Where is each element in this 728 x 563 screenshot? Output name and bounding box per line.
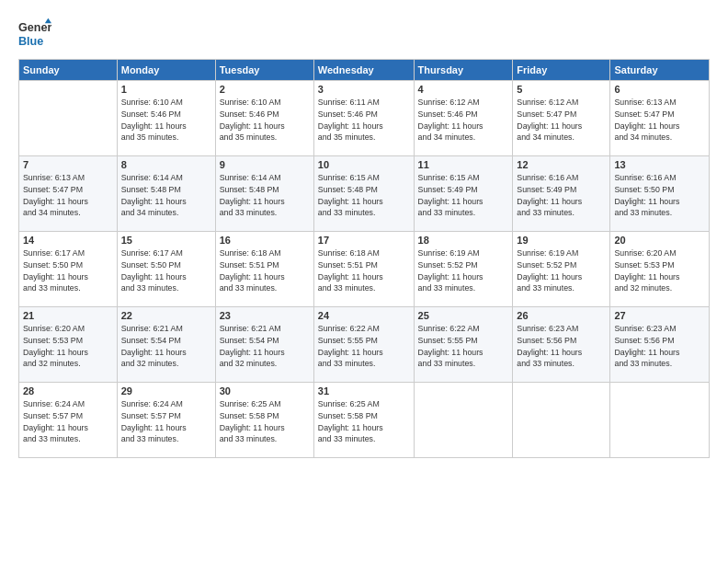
- calendar-cell: 9Sunrise: 6:14 AMSunset: 5:48 PMDaylight…: [215, 156, 313, 232]
- calendar-cell: 24Sunrise: 6:22 AMSunset: 5:55 PMDayligh…: [313, 307, 414, 383]
- calendar-cell: 12Sunrise: 6:16 AMSunset: 5:49 PMDayligh…: [513, 156, 610, 232]
- calendar-cell: 4Sunrise: 6:12 AMSunset: 5:46 PMDaylight…: [414, 81, 513, 156]
- day-number: 17: [318, 235, 410, 246]
- day-number: 9: [220, 159, 310, 170]
- day-info: Sunrise: 6:22 AMSunset: 5:55 PMDaylight:…: [318, 323, 410, 370]
- week-row-0: 1Sunrise: 6:10 AMSunset: 5:46 PMDaylight…: [19, 81, 710, 156]
- day-info: Sunrise: 6:18 AMSunset: 5:51 PMDaylight:…: [220, 247, 310, 294]
- day-info: Sunrise: 6:24 AMSunset: 5:57 PMDaylight:…: [121, 398, 211, 445]
- day-number: 16: [220, 235, 310, 246]
- calendar-cell: 11Sunrise: 6:15 AMSunset: 5:49 PMDayligh…: [414, 156, 513, 232]
- day-info: Sunrise: 6:16 AMSunset: 5:49 PMDaylight:…: [517, 172, 606, 219]
- header-wednesday: Wednesday: [313, 60, 414, 81]
- logo-icon: General Blue: [18, 17, 51, 50]
- calendar-cell: 19Sunrise: 6:19 AMSunset: 5:52 PMDayligh…: [513, 232, 610, 307]
- header: General Blue: [18, 17, 710, 50]
- day-number: 10: [318, 159, 410, 170]
- header-friday: Friday: [513, 60, 610, 81]
- day-number: 3: [318, 84, 410, 95]
- day-info: Sunrise: 6:15 AMSunset: 5:48 PMDaylight:…: [318, 172, 410, 219]
- day-info: Sunrise: 6:13 AMSunset: 5:47 PMDaylight:…: [23, 172, 113, 219]
- day-number: 11: [418, 159, 509, 170]
- day-number: 6: [614, 84, 705, 95]
- header-tuesday: Tuesday: [215, 60, 313, 81]
- day-number: 20: [614, 235, 705, 246]
- day-number: 4: [418, 84, 509, 95]
- calendar-header-row: SundayMondayTuesdayWednesdayThursdayFrid…: [19, 60, 710, 81]
- calendar-cell: 6Sunrise: 6:13 AMSunset: 5:47 PMDaylight…: [610, 81, 710, 156]
- calendar-cell: [414, 383, 513, 458]
- calendar-cell: 22Sunrise: 6:21 AMSunset: 5:54 PMDayligh…: [117, 307, 215, 383]
- calendar-cell: 28Sunrise: 6:24 AMSunset: 5:57 PMDayligh…: [19, 383, 118, 458]
- day-info: Sunrise: 6:16 AMSunset: 5:50 PMDaylight:…: [614, 172, 705, 219]
- day-info: Sunrise: 6:21 AMSunset: 5:54 PMDaylight:…: [220, 323, 310, 370]
- calendar-cell: 23Sunrise: 6:21 AMSunset: 5:54 PMDayligh…: [215, 307, 313, 383]
- day-number: 31: [318, 385, 410, 396]
- calendar-cell: 1Sunrise: 6:10 AMSunset: 5:46 PMDaylight…: [117, 81, 215, 156]
- day-info: Sunrise: 6:25 AMSunset: 5:58 PMDaylight:…: [318, 398, 410, 445]
- svg-text:General: General: [18, 21, 51, 34]
- calendar-cell: 7Sunrise: 6:13 AMSunset: 5:47 PMDaylight…: [19, 156, 118, 232]
- day-number: 21: [23, 310, 113, 321]
- calendar-cell: 30Sunrise: 6:25 AMSunset: 5:58 PMDayligh…: [215, 383, 313, 458]
- day-number: 19: [517, 235, 606, 246]
- header-monday: Monday: [117, 60, 215, 81]
- day-number: 12: [517, 159, 606, 170]
- week-row-4: 28Sunrise: 6:24 AMSunset: 5:57 PMDayligh…: [19, 383, 710, 458]
- calendar-cell: 8Sunrise: 6:14 AMSunset: 5:48 PMDaylight…: [117, 156, 215, 232]
- day-info: Sunrise: 6:19 AMSunset: 5:52 PMDaylight:…: [418, 247, 509, 294]
- day-info: Sunrise: 6:10 AMSunset: 5:46 PMDaylight:…: [220, 97, 310, 144]
- calendar-cell: 20Sunrise: 6:20 AMSunset: 5:53 PMDayligh…: [610, 232, 710, 307]
- calendar-cell: 26Sunrise: 6:23 AMSunset: 5:56 PMDayligh…: [513, 307, 610, 383]
- day-info: Sunrise: 6:17 AMSunset: 5:50 PMDaylight:…: [121, 247, 211, 294]
- calendar-cell: 2Sunrise: 6:10 AMSunset: 5:46 PMDaylight…: [215, 81, 313, 156]
- calendar-cell: 3Sunrise: 6:11 AMSunset: 5:46 PMDaylight…: [313, 81, 414, 156]
- day-number: 28: [23, 385, 113, 396]
- day-info: Sunrise: 6:23 AMSunset: 5:56 PMDaylight:…: [517, 323, 606, 370]
- day-info: Sunrise: 6:15 AMSunset: 5:49 PMDaylight:…: [418, 172, 509, 219]
- day-number: 24: [318, 310, 410, 321]
- calendar-cell: 18Sunrise: 6:19 AMSunset: 5:52 PMDayligh…: [414, 232, 513, 307]
- day-info: Sunrise: 6:18 AMSunset: 5:51 PMDaylight:…: [318, 247, 410, 294]
- header-sunday: Sunday: [19, 60, 118, 81]
- logo: General Blue: [18, 17, 51, 50]
- calendar-cell: 16Sunrise: 6:18 AMSunset: 5:51 PMDayligh…: [215, 232, 313, 307]
- calendar-cell: [610, 383, 710, 458]
- day-number: 14: [23, 235, 113, 246]
- day-number: 29: [121, 385, 211, 396]
- calendar-cell: 27Sunrise: 6:23 AMSunset: 5:56 PMDayligh…: [610, 307, 710, 383]
- svg-text:Blue: Blue: [18, 35, 43, 48]
- day-info: Sunrise: 6:22 AMSunset: 5:55 PMDaylight:…: [418, 323, 509, 370]
- day-number: 23: [220, 310, 310, 321]
- day-number: 27: [614, 310, 705, 321]
- day-info: Sunrise: 6:10 AMSunset: 5:46 PMDaylight:…: [121, 97, 211, 144]
- calendar-cell: 10Sunrise: 6:15 AMSunset: 5:48 PMDayligh…: [313, 156, 414, 232]
- calendar-cell: 15Sunrise: 6:17 AMSunset: 5:50 PMDayligh…: [117, 232, 215, 307]
- week-row-2: 14Sunrise: 6:17 AMSunset: 5:50 PMDayligh…: [19, 232, 710, 307]
- calendar-table: SundayMondayTuesdayWednesdayThursdayFrid…: [18, 59, 710, 458]
- calendar-cell: [19, 81, 118, 156]
- header-thursday: Thursday: [414, 60, 513, 81]
- day-number: 1: [121, 84, 211, 95]
- day-info: Sunrise: 6:12 AMSunset: 5:46 PMDaylight:…: [418, 97, 509, 144]
- day-number: 22: [121, 310, 211, 321]
- day-number: 8: [121, 159, 211, 170]
- day-info: Sunrise: 6:11 AMSunset: 5:46 PMDaylight:…: [318, 97, 410, 144]
- day-number: 25: [418, 310, 509, 321]
- calendar-cell: 21Sunrise: 6:20 AMSunset: 5:53 PMDayligh…: [19, 307, 118, 383]
- calendar-cell: 31Sunrise: 6:25 AMSunset: 5:58 PMDayligh…: [313, 383, 414, 458]
- calendar-cell: 25Sunrise: 6:22 AMSunset: 5:55 PMDayligh…: [414, 307, 513, 383]
- calendar-cell: 17Sunrise: 6:18 AMSunset: 5:51 PMDayligh…: [313, 232, 414, 307]
- day-info: Sunrise: 6:14 AMSunset: 5:48 PMDaylight:…: [220, 172, 310, 219]
- day-info: Sunrise: 6:13 AMSunset: 5:47 PMDaylight:…: [614, 97, 705, 144]
- day-number: 26: [517, 310, 606, 321]
- header-saturday: Saturday: [610, 60, 710, 81]
- day-number: 5: [517, 84, 606, 95]
- day-info: Sunrise: 6:14 AMSunset: 5:48 PMDaylight:…: [121, 172, 211, 219]
- calendar-cell: [513, 383, 610, 458]
- calendar-cell: 5Sunrise: 6:12 AMSunset: 5:47 PMDaylight…: [513, 81, 610, 156]
- day-info: Sunrise: 6:21 AMSunset: 5:54 PMDaylight:…: [121, 323, 211, 370]
- calendar-cell: 13Sunrise: 6:16 AMSunset: 5:50 PMDayligh…: [610, 156, 710, 232]
- week-row-1: 7Sunrise: 6:13 AMSunset: 5:47 PMDaylight…: [19, 156, 710, 232]
- day-info: Sunrise: 6:20 AMSunset: 5:53 PMDaylight:…: [614, 247, 705, 294]
